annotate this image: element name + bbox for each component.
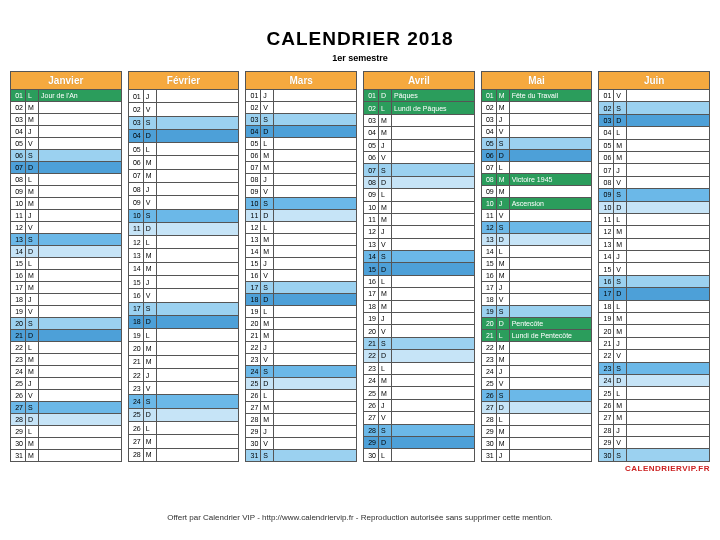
- day-event: [392, 350, 475, 362]
- day-event: [509, 306, 592, 318]
- day-of-week: J: [496, 366, 509, 378]
- day-of-week: S: [261, 114, 274, 126]
- day-event: [39, 198, 122, 210]
- day-event: [392, 251, 475, 263]
- day-row: 13M: [599, 238, 710, 250]
- day-event: [156, 262, 239, 275]
- day-of-week: J: [143, 182, 156, 195]
- day-number: 23: [11, 354, 26, 366]
- day-number: 20: [364, 325, 379, 337]
- day-event: [627, 201, 710, 213]
- day-number: 24: [128, 395, 143, 408]
- day-row: 02M: [481, 102, 592, 114]
- day-event: [392, 399, 475, 411]
- day-row: 20M: [246, 318, 357, 330]
- day-number: 29: [599, 436, 614, 448]
- day-of-week: M: [379, 387, 392, 399]
- day-event: [156, 90, 239, 103]
- day-row: 24M: [364, 374, 475, 386]
- day-number: 19: [599, 313, 614, 325]
- day-number: 05: [364, 139, 379, 151]
- day-of-week: M: [614, 238, 627, 250]
- day-event: [274, 366, 357, 378]
- day-row: 23V: [128, 382, 239, 395]
- day-event: [156, 182, 239, 195]
- day-event: [627, 151, 710, 163]
- day-of-week: D: [379, 350, 392, 362]
- day-of-week: J: [614, 337, 627, 349]
- day-of-week: D: [261, 126, 274, 138]
- day-event: [627, 449, 710, 462]
- day-number: 07: [128, 169, 143, 182]
- day-of-week: V: [496, 294, 509, 306]
- day-of-week: L: [496, 246, 509, 258]
- day-event: [627, 90, 710, 102]
- day-event: [509, 426, 592, 438]
- day-number: 03: [481, 114, 496, 126]
- day-event: [39, 378, 122, 390]
- day-of-week: S: [26, 402, 39, 414]
- day-row: 17M: [364, 288, 475, 300]
- day-row: 19V: [11, 306, 122, 318]
- day-event: [627, 399, 710, 411]
- day-number: 15: [246, 258, 261, 270]
- day-event: [392, 387, 475, 399]
- day-row: 15J: [128, 275, 239, 288]
- day-of-week: V: [26, 306, 39, 318]
- day-event: [39, 150, 122, 162]
- day-row: 21D: [11, 330, 122, 342]
- day-row: 11D: [246, 210, 357, 222]
- day-event: [274, 330, 357, 342]
- day-number: 15: [11, 258, 26, 270]
- day-row: 15M: [481, 258, 592, 270]
- day-number: 06: [246, 150, 261, 162]
- day-of-week: L: [614, 127, 627, 139]
- day-event: [627, 114, 710, 126]
- day-of-week: M: [379, 127, 392, 139]
- month-header: Juin: [599, 72, 710, 90]
- day-number: 30: [481, 438, 496, 450]
- day-of-week: M: [496, 90, 509, 102]
- day-row: 06M: [599, 151, 710, 163]
- day-of-week: M: [496, 342, 509, 354]
- day-number: 02: [128, 103, 143, 116]
- day-event: [156, 289, 239, 302]
- day-row: 22D: [364, 350, 475, 362]
- day-of-week: D: [26, 414, 39, 426]
- day-row: 19J: [364, 313, 475, 325]
- day-row: 18J: [11, 294, 122, 306]
- day-number: 17: [481, 282, 496, 294]
- day-row: 16M: [11, 270, 122, 282]
- day-number: 03: [599, 114, 614, 126]
- day-number: 07: [11, 162, 26, 174]
- day-of-week: S: [143, 209, 156, 222]
- day-row: 17J: [481, 282, 592, 294]
- day-row: 09M: [481, 186, 592, 198]
- day-of-week: V: [143, 196, 156, 209]
- day-row: 05M: [599, 139, 710, 151]
- day-number: 14: [11, 246, 26, 258]
- day-of-week: M: [143, 448, 156, 461]
- day-of-week: M: [261, 246, 274, 258]
- month-header: Février: [128, 72, 239, 90]
- day-of-week: D: [614, 374, 627, 386]
- day-row: 20M: [128, 342, 239, 355]
- day-of-week: V: [261, 438, 274, 450]
- day-row: 25D: [246, 378, 357, 390]
- day-event: [392, 337, 475, 349]
- day-number: 13: [128, 249, 143, 262]
- day-event: [156, 196, 239, 209]
- day-of-week: L: [143, 329, 156, 342]
- day-event: [392, 201, 475, 213]
- day-number: 26: [11, 390, 26, 402]
- day-event: [39, 246, 122, 258]
- day-of-week: L: [614, 300, 627, 312]
- day-number: 16: [481, 270, 496, 282]
- day-event: Lundi de Pâques: [392, 102, 475, 114]
- day-number: 22: [246, 342, 261, 354]
- day-of-week: M: [379, 374, 392, 386]
- day-of-week: M: [379, 300, 392, 312]
- day-row: 02LLundi de Pâques: [364, 102, 475, 114]
- day-event: [627, 164, 710, 176]
- day-event: [39, 270, 122, 282]
